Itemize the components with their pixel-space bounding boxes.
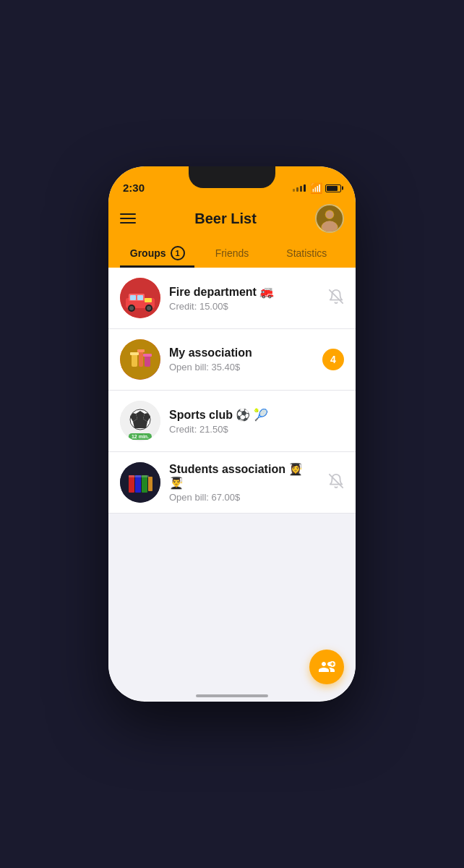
phone-frame: 2:30 📶 [108, 166, 356, 702]
status-time: 2:30 [123, 182, 145, 194]
svg-rect-17 [132, 354, 137, 367]
badge-count: 4 [322, 349, 344, 370]
status-icons: 📶 [293, 182, 341, 194]
hamburger-line-3 [120, 222, 136, 224]
group-info-assoc: My association Open bill: 35.40$ [169, 346, 314, 373]
hamburger-line-1 [120, 213, 136, 215]
svg-rect-30 [129, 475, 134, 493]
list-item[interactable]: Fire department 🚒 Credit: 15.00$ [108, 268, 356, 329]
group-info-sports: Sports club ⚽ 🎾 Credit: 21.50$ [169, 408, 335, 435]
svg-point-9 [129, 306, 134, 310]
group-name-assoc: My association [169, 346, 314, 359]
group-name-fire: Fire department 🚒 [169, 285, 319, 299]
hamburger-line-2 [120, 218, 136, 219]
svg-rect-21 [137, 349, 145, 352]
svg-rect-20 [130, 352, 139, 355]
wifi-icon: 📶 [310, 182, 322, 194]
svg-rect-18 [139, 351, 143, 367]
svg-rect-12 [130, 295, 136, 300]
group-sub-fire: Credit: 15.00$ [169, 301, 319, 312]
group-name-students: Students association 👩‍🎓 👨‍🎓 [169, 462, 319, 490]
tab-groups-label: Groups [130, 247, 166, 259]
battery-icon [325, 184, 341, 192]
home-indicator [196, 694, 268, 697]
svg-rect-34 [129, 475, 149, 477]
time-badge: 12 min. [129, 433, 152, 440]
bell-off-icon [328, 293, 344, 307]
list-item[interactable]: Students association 👩‍🎓 👨‍🎓 Open bill: … [108, 452, 356, 514]
add-group-fab[interactable] [309, 650, 344, 684]
group-sub-sports: Credit: 21.50$ [169, 424, 335, 435]
tab-friends-label: Friends [215, 247, 249, 259]
group-notification-students[interactable] [328, 473, 344, 493]
tab-statistics-label: Statistics [286, 247, 327, 259]
tab-bar: Groups 1 Friends Statistics [120, 239, 344, 268]
svg-point-4 [322, 221, 338, 233]
main-content: Fire department 🚒 Credit: 15.00$ [108, 268, 356, 699]
list-item[interactable]: My association Open bill: 35.40$ 4 [108, 329, 356, 391]
svg-rect-31 [135, 475, 141, 493]
group-info-fire: Fire department 🚒 Credit: 15.00$ [169, 285, 319, 312]
tab-friends[interactable]: Friends [194, 239, 269, 268]
svg-rect-13 [137, 295, 143, 300]
svg-rect-22 [143, 354, 152, 357]
tab-groups-badge: 1 [171, 246, 185, 260]
group-badge-assoc[interactable]: 4 [322, 349, 344, 370]
app-header: Beer List Groups 1 [108, 198, 356, 268]
group-name-sports: Sports club ⚽ 🎾 [169, 408, 335, 422]
group-notification-fire[interactable] [328, 289, 344, 308]
bell-off-icon-2 [328, 477, 344, 492]
svg-point-11 [147, 306, 151, 310]
user-avatar[interactable] [315, 204, 344, 233]
svg-rect-32 [142, 475, 147, 493]
svg-rect-14 [145, 298, 152, 302]
group-avatar-sports: 12 min. [120, 401, 160, 441]
phone-screen: 2:30 📶 [108, 166, 356, 702]
tab-groups[interactable]: Groups 1 [120, 239, 194, 268]
notch [189, 166, 275, 188]
tab-statistics[interactable]: Statistics [270, 239, 344, 268]
svg-rect-19 [145, 355, 150, 367]
group-avatar-assoc [120, 339, 160, 380]
group-info-students: Students association 👩‍🎓 👨‍🎓 Open bill: … [169, 462, 319, 503]
group-sub-assoc: Open bill: 35.40$ [169, 362, 314, 373]
svg-point-3 [326, 210, 334, 218]
group-avatar-students [120, 462, 160, 503]
svg-rect-33 [148, 477, 152, 491]
header-title: Beer List [194, 210, 257, 227]
group-sub-students: Open bill: 67.00$ [169, 492, 319, 503]
menu-button[interactable] [120, 213, 136, 224]
group-avatar-fire [120, 278, 160, 318]
list-item[interactable]: 12 min. Sports club ⚽ 🎾 Credit: 21.50$ [108, 391, 356, 452]
add-user-icon [318, 658, 335, 676]
